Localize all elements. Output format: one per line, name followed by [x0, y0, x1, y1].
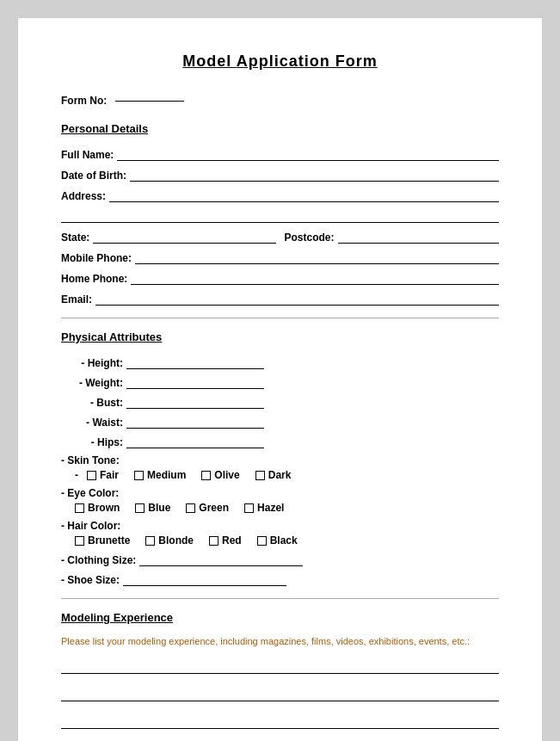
mobile-line — [135, 250, 499, 264]
dob-label: Date of Birth: — [61, 170, 126, 182]
skin-tone-main-label: - Skin Tone: — [61, 454, 120, 466]
eye-color-options: Brown Blue Green Hazel — [75, 502, 499, 514]
weight-row: - Weight: — [61, 375, 499, 389]
postcode-label: Postcode: — [285, 232, 335, 244]
mobile-row: Mobile Phone: — [61, 250, 499, 264]
blue-eye-checkbox[interactable] — [135, 503, 145, 513]
home-phone-label: Home Phone: — [61, 273, 127, 285]
email-line — [95, 292, 499, 306]
state-label: State: — [61, 232, 89, 244]
modeling-experience-title: Modeling Experience — [61, 611, 499, 624]
waist-row: - Waist: — [61, 415, 499, 429]
hair-black[interactable]: Black — [257, 534, 298, 546]
shoe-size-row: - Shoe Size: — [61, 572, 499, 586]
black-hair-label: Black — [270, 534, 298, 546]
state-col: State: — [61, 230, 276, 244]
email-label: Email: — [61, 293, 92, 306]
hazel-eye-checkbox[interactable] — [244, 503, 254, 513]
blonde-label: Blonde — [158, 534, 194, 546]
shoe-size-label: - Shoe Size: — [61, 574, 120, 586]
eye-brown[interactable]: Brown — [75, 502, 120, 514]
brown-eye-checkbox[interactable] — [75, 503, 84, 513]
clothing-size-label: - Clothing Size: — [61, 554, 136, 566]
email-row: Email: — [61, 292, 499, 306]
address-label: Address: — [61, 190, 106, 202]
state-line — [93, 230, 275, 244]
blue-eye-label: Blue — [148, 502, 170, 514]
shoe-size-line — [123, 572, 286, 586]
black-hair-checkbox[interactable] — [257, 536, 267, 546]
skin-tone-label-row: - Skin Tone: — [61, 454, 499, 466]
full-name-label: Full Name: — [61, 149, 114, 161]
fair-label: Fair — [100, 469, 119, 481]
modeling-experience-section: Modeling Experience Please list your mod… — [61, 611, 499, 741]
skin-tone-dark[interactable]: Dark — [255, 469, 292, 481]
eye-color-label-row: - Eye Color: — [61, 487, 499, 499]
postcode-col: Postcode: — [285, 230, 500, 244]
address-row: Address: — [61, 188, 499, 202]
height-line — [126, 355, 264, 369]
modeling-lines — [61, 655, 499, 741]
eye-blue[interactable]: Blue — [135, 502, 170, 514]
page: Model Application Form Form No: Personal… — [17, 17, 543, 741]
hair-red[interactable]: Red — [209, 534, 242, 546]
hair-brunette[interactable]: Brunette — [75, 534, 130, 546]
modeling-line-1 — [61, 655, 499, 674]
waist-line — [126, 415, 264, 429]
hips-row: - Hips: — [61, 435, 499, 448]
dark-checkbox[interactable] — [255, 471, 265, 480]
clothing-size-row: - Clothing Size: — [61, 553, 499, 566]
skin-tone-fair[interactable]: Fair — [87, 469, 119, 481]
page-title: Model Application Form — [61, 52, 499, 71]
modeling-line-4 — [61, 738, 499, 741]
fair-checkbox[interactable] — [87, 471, 96, 480]
hips-label: - Hips: — [61, 436, 123, 448]
red-hair-checkbox[interactable] — [209, 536, 218, 546]
bust-label: - Bust: — [61, 397, 123, 409]
waist-label: - Waist: — [61, 417, 123, 429]
skin-tone-options: - Fair Medium Olive Dark — [75, 469, 499, 481]
state-postcode-row: State: Postcode: — [61, 230, 499, 244]
address-line — [109, 188, 499, 202]
height-row: - Height: — [61, 355, 499, 369]
bust-line — [126, 395, 264, 409]
dob-line — [130, 168, 499, 182]
home-phone-line — [131, 271, 499, 285]
skin-tone-medium[interactable]: Medium — [134, 469, 186, 481]
form-no-row: Form No: — [61, 95, 499, 107]
hair-blonde[interactable]: Blonde — [145, 534, 194, 546]
medium-checkbox[interactable] — [134, 471, 144, 480]
hair-color-main-label: - Hair Color: — [61, 520, 120, 532]
personal-details-title: Personal Details — [61, 122, 499, 135]
physical-attributes-title: Physical Attributes — [61, 330, 499, 343]
dob-row: Date of Birth: — [61, 168, 499, 182]
weight-line — [126, 375, 264, 389]
brunette-label: Brunette — [88, 534, 130, 546]
modeling-line-3 — [61, 710, 499, 729]
height-label: - Height: — [61, 357, 123, 369]
medium-label: Medium — [147, 469, 186, 481]
eye-hazel[interactable]: Hazel — [244, 502, 284, 514]
blonde-checkbox[interactable] — [145, 536, 155, 546]
green-eye-checkbox[interactable] — [186, 503, 195, 513]
hazel-eye-label: Hazel — [257, 502, 284, 514]
hair-color-label-row: - Hair Color: — [61, 520, 499, 532]
olive-checkbox[interactable] — [201, 471, 211, 480]
home-phone-row: Home Phone: — [61, 271, 499, 285]
eye-color-main-label: - Eye Color: — [61, 487, 119, 499]
divider-1 — [61, 318, 499, 318]
skin-tone-sub-dash: - — [75, 469, 78, 481]
eye-green[interactable]: Green — [186, 502, 229, 514]
olive-label: Olive — [214, 469, 239, 481]
full-name-line — [117, 147, 499, 161]
postcode-line — [338, 230, 499, 244]
address-extra-line — [61, 209, 499, 223]
brunette-checkbox[interactable] — [75, 536, 84, 546]
skin-tone-olive[interactable]: Olive — [201, 469, 239, 481]
dark-label: Dark — [268, 469, 292, 481]
divider-2 — [61, 598, 499, 599]
green-eye-label: Green — [199, 502, 229, 514]
full-name-row: Full Name: — [61, 147, 499, 161]
weight-label: - Weight: — [61, 377, 123, 389]
red-hair-label: Red — [222, 534, 242, 546]
